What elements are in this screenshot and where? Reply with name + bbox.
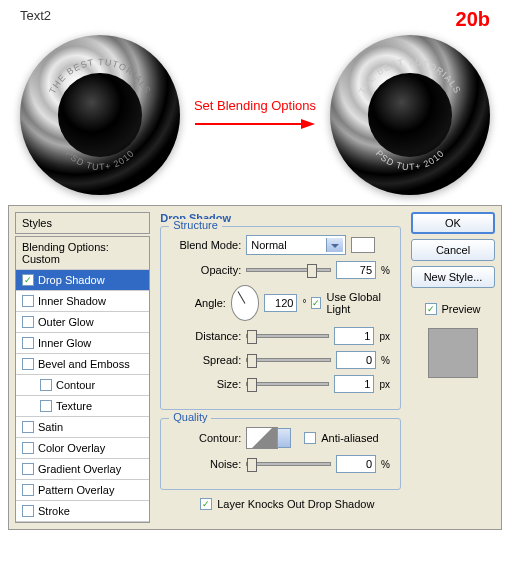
- ok-button[interactable]: OK: [411, 212, 495, 234]
- checkbox-icon[interactable]: ✓: [22, 274, 34, 286]
- new-style-button[interactable]: New Style...: [411, 266, 495, 288]
- size-label: Size:: [171, 378, 241, 390]
- style-label: Inner Shadow: [38, 295, 106, 307]
- style-label: Gradient Overlay: [38, 463, 121, 475]
- svg-text:PSD TUT+ 2010: PSD TUT+ 2010: [64, 148, 137, 172]
- quality-fieldset: Quality Contour: Anti-aliased Noise: 0 %: [160, 418, 401, 490]
- layer-name-label: Text2: [20, 8, 51, 23]
- global-light-checkbox[interactable]: ✓: [311, 297, 321, 309]
- checkbox-icon[interactable]: [22, 505, 34, 517]
- checkbox-icon[interactable]: [22, 337, 34, 349]
- style-item-gradient-overlay[interactable]: Gradient Overlay: [16, 459, 149, 480]
- style-item-pattern-overlay[interactable]: Pattern Overlay: [16, 480, 149, 501]
- style-label: Contour: [56, 379, 95, 391]
- opacity-slider[interactable]: [246, 268, 331, 272]
- svg-marker-3: [301, 119, 315, 129]
- lens-after: THE BEST TUTORIALS PSD TUT+ 2010: [330, 35, 490, 195]
- angle-dial[interactable]: [231, 285, 260, 321]
- distance-label: Distance:: [171, 330, 241, 342]
- contour-label: Contour:: [171, 432, 241, 444]
- style-item-inner-glow[interactable]: Inner Glow: [16, 333, 149, 354]
- global-light-label: Use Global Light: [326, 291, 390, 315]
- opacity-input[interactable]: 75: [336, 261, 376, 279]
- styles-header[interactable]: Styles: [15, 212, 150, 234]
- tutorial-header: Text2 20b THE BEST TUTORIALS PSD TUT+ 20…: [0, 0, 510, 205]
- contour-picker[interactable]: [246, 427, 278, 449]
- style-item-color-overlay[interactable]: Color Overlay: [16, 438, 149, 459]
- knockout-checkbox[interactable]: ✓: [200, 498, 212, 510]
- style-item-contour[interactable]: Contour: [16, 375, 149, 396]
- style-item-stroke[interactable]: Stroke: [16, 501, 149, 522]
- style-label: Pattern Overlay: [38, 484, 114, 496]
- size-unit: px: [379, 379, 390, 390]
- style-item-texture[interactable]: Texture: [16, 396, 149, 417]
- style-label: Drop Shadow: [38, 274, 105, 286]
- opacity-unit: %: [381, 265, 390, 276]
- size-input[interactable]: 1: [334, 375, 374, 393]
- preview-label: Preview: [441, 303, 480, 315]
- preview-swatch: [428, 328, 478, 378]
- svg-text:PSD TUT+ 2010: PSD TUT+ 2010: [374, 148, 447, 172]
- checkbox-icon[interactable]: [22, 421, 34, 433]
- cancel-button[interactable]: Cancel: [411, 239, 495, 261]
- structure-fieldset: Structure Blend Mode: Normal Opacity: 75…: [160, 226, 401, 410]
- noise-unit: %: [381, 459, 390, 470]
- distance-input[interactable]: 1: [334, 327, 374, 345]
- style-item-drop-shadow[interactable]: ✓Drop Shadow: [16, 270, 149, 291]
- angle-input[interactable]: 120: [264, 294, 297, 312]
- style-item-inner-shadow[interactable]: Inner Shadow: [16, 291, 149, 312]
- spread-slider[interactable]: [246, 358, 331, 362]
- preview-checkbox[interactable]: ✓: [425, 303, 437, 315]
- structure-legend: Structure: [169, 219, 222, 231]
- svg-text:THE BEST TUTORIALS: THE BEST TUTORIALS: [47, 57, 153, 95]
- checkbox-icon[interactable]: [22, 358, 34, 370]
- blend-mode-label: Blend Mode:: [171, 239, 241, 251]
- spread-input[interactable]: 0: [336, 351, 376, 369]
- layer-style-dialog: Styles Blending Options: Custom ✓Drop Sh…: [8, 205, 502, 530]
- opacity-label: Opacity:: [171, 264, 241, 276]
- style-label: Stroke: [38, 505, 70, 517]
- checkbox-icon[interactable]: [40, 400, 52, 412]
- checkbox-icon[interactable]: [22, 295, 34, 307]
- quality-legend: Quality: [169, 411, 211, 423]
- svg-text:THE BEST TUTORIALS: THE BEST TUTORIALS: [357, 57, 463, 95]
- style-label: Satin: [38, 421, 63, 433]
- arrow-caption: Set Blending Options: [188, 98, 322, 113]
- checkbox-icon[interactable]: [22, 316, 34, 328]
- styles-list: Blending Options: Custom ✓Drop Shadow In…: [15, 236, 150, 523]
- style-item-outer-glow[interactable]: Outer Glow: [16, 312, 149, 333]
- lens-before: THE BEST TUTORIALS PSD TUT+ 2010: [20, 35, 180, 195]
- size-slider[interactable]: [246, 382, 329, 386]
- anti-aliased-label: Anti-aliased: [321, 432, 378, 444]
- blending-options-item[interactable]: Blending Options: Custom: [16, 237, 149, 270]
- checkbox-icon[interactable]: [22, 442, 34, 454]
- style-label: Bevel and Emboss: [38, 358, 130, 370]
- noise-slider[interactable]: [246, 462, 331, 466]
- style-label: Texture: [56, 400, 92, 412]
- step-number: 20b: [456, 8, 490, 31]
- checkbox-icon[interactable]: [22, 484, 34, 496]
- knockout-label: Layer Knocks Out Drop Shadow: [217, 498, 374, 510]
- distance-slider[interactable]: [246, 334, 329, 338]
- noise-input[interactable]: 0: [336, 455, 376, 473]
- style-label: Outer Glow: [38, 316, 94, 328]
- style-item-bevel-emboss[interactable]: Bevel and Emboss: [16, 354, 149, 375]
- style-label: Color Overlay: [38, 442, 105, 454]
- style-label: Inner Glow: [38, 337, 91, 349]
- style-item-satin[interactable]: Satin: [16, 417, 149, 438]
- checkbox-icon[interactable]: [22, 463, 34, 475]
- checkbox-icon[interactable]: [40, 379, 52, 391]
- anti-aliased-checkbox[interactable]: [304, 432, 316, 444]
- spread-label: Spread:: [171, 354, 241, 366]
- angle-unit: °: [302, 298, 306, 309]
- angle-label: Angle:: [171, 297, 226, 309]
- distance-unit: px: [379, 331, 390, 342]
- blend-mode-select[interactable]: Normal: [246, 235, 346, 255]
- spread-unit: %: [381, 355, 390, 366]
- arrow-icon: [188, 117, 322, 131]
- noise-label: Noise:: [171, 458, 241, 470]
- shadow-color-swatch[interactable]: [351, 237, 375, 253]
